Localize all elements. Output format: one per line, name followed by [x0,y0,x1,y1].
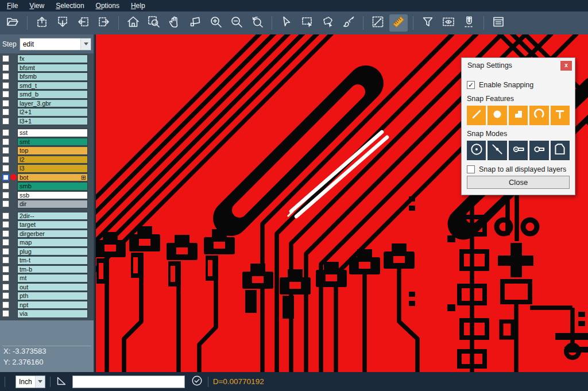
layer-row[interactable]: l2 [0,156,94,164]
layer-checkbox[interactable] [2,183,9,189]
layer-row[interactable]: l2+1 [0,108,94,117]
enable-snapping-checkbox[interactable]: ✓ [467,81,475,89]
layer-checkbox[interactable] [2,200,9,207]
layer-checkbox[interactable] [2,100,9,107]
layer-checkbox[interactable] [2,248,9,255]
move-down-button[interactable] [53,14,72,32]
layer-checkbox[interactable] [2,91,9,98]
layer-checkbox[interactable] [2,73,9,80]
layer-row[interactable]: fx [0,55,94,63]
layer-checkbox[interactable] [2,284,9,291]
layer-row[interactable]: target [0,220,94,229]
layer-checkbox[interactable] [2,174,9,181]
layer-row[interactable]: sst [0,129,94,137]
snap-mode-feature-end-button[interactable] [509,141,528,160]
layer-row[interactable]: smt [0,138,94,146]
zoom-in-button[interactable] [207,14,225,32]
filter-button[interactable] [419,14,437,32]
move-left-button[interactable] [74,14,92,32]
layer-row[interactable]: l3 [0,164,94,173]
layer-row[interactable]: pth [0,292,94,300]
snap-mode-vertex-button[interactable] [551,141,570,160]
move-up-button[interactable] [33,14,51,32]
layer-row[interactable]: smd_t [0,82,94,90]
layer-checkbox[interactable] [2,301,9,308]
layers-panel-button[interactable] [489,14,508,32]
zoom-region-button[interactable] [145,14,163,32]
enable-snapping-row[interactable]: ✓ Enable Snapping [467,81,570,89]
snap-feature-pad-button[interactable] [509,106,528,125]
move-right-button[interactable] [95,14,113,32]
poly-select-button[interactable] [319,14,337,32]
home-view-button[interactable] [124,14,142,32]
layer-row[interactable]: top [0,146,94,155]
layer-checkbox[interactable] [2,55,9,62]
close-icon[interactable]: x [560,61,572,71]
layer-checkbox[interactable] [2,310,9,317]
layer-checkbox[interactable] [2,109,9,115]
menu-view[interactable]: View [24,1,50,11]
rect-select-button[interactable] [298,14,316,32]
circle-check-icon[interactable] [191,374,203,389]
layer-checkbox[interactable] [2,266,9,273]
layer-checkbox[interactable] [2,230,9,237]
ruler-button[interactable] [389,14,408,32]
layer-checkbox[interactable] [2,156,9,163]
layer-checkbox[interactable] [2,239,9,246]
layer-row[interactable]: ssb [0,191,94,200]
snap-feature-arc-button[interactable] [529,106,548,125]
layer-checkbox[interactable] [2,129,9,136]
layer-checkbox[interactable] [2,292,9,299]
snap-mode-center-button[interactable] [467,141,486,160]
close-button[interactable]: Close [467,176,570,189]
snap-feature-circle-button[interactable] [488,106,506,125]
unit-select[interactable]: Inch [16,375,45,388]
layer-checkbox[interactable] [2,147,9,154]
layer-checkbox[interactable] [2,165,9,172]
layer-row[interactable]: out [0,283,94,292]
pan-button[interactable] [165,14,184,32]
layer-row[interactable]: smd_b [0,90,94,99]
snap-feature-line-button[interactable] [467,106,486,125]
zoom-previous-button[interactable] [248,14,266,32]
layer-row[interactable]: layer_3.gbr [0,99,94,108]
layer-row[interactable]: tm-b [0,265,94,274]
layer-row[interactable]: 2dir-- [0,212,94,220]
view-filter-button[interactable] [439,14,458,32]
snap-mode-entire-feature-button[interactable] [529,141,548,160]
snap-mode-midpoint-button[interactable] [488,141,506,160]
snap-all-layers-row[interactable]: Snap to all displayed layers [467,165,570,173]
layer-checkbox[interactable] [2,82,9,89]
layer-checkbox[interactable] [2,192,9,199]
layer-row[interactable]: mt [0,274,94,282]
chevron-down-icon[interactable] [35,376,45,388]
brush-button[interactable] [339,14,358,32]
layer-checkbox[interactable] [2,274,9,281]
menu-options[interactable]: Options [90,1,125,11]
layer-row[interactable]: tm-t [0,256,94,265]
angle-measure-icon[interactable] [55,374,68,389]
dialog-titlebar[interactable]: Snap Settings x [462,58,575,73]
layer-row-active[interactable]: bot⊞ [0,173,94,182]
layer-checkbox[interactable] [2,138,9,145]
layer-checkbox[interactable] [2,257,9,264]
layer-row[interactable]: dirgerber [0,230,94,238]
layer-row[interactable]: plug [0,247,94,256]
layer-row[interactable]: bfsmb [0,72,94,81]
layer-checkbox[interactable] [2,212,9,219]
layer-checkbox[interactable] [2,118,9,125]
layer-checkbox[interactable] [2,221,9,228]
menu-help[interactable]: Help [125,1,151,11]
layer-row[interactable]: via [0,309,94,318]
layer-row[interactable]: dir [0,200,94,208]
menu-file[interactable]: File [1,1,24,11]
zoom-out-button[interactable] [227,14,246,32]
layer-row[interactable]: map [0,238,94,247]
layer-row[interactable]: npt [0,301,94,309]
measure-line-button[interactable] [369,14,387,32]
layer-row[interactable]: bfsmt [0,64,94,72]
transform-button[interactable] [186,14,204,32]
menu-selection[interactable]: Selection [50,1,90,11]
layer-row[interactable]: smb [0,182,94,191]
layer-row[interactable]: l3+1 [0,117,94,126]
